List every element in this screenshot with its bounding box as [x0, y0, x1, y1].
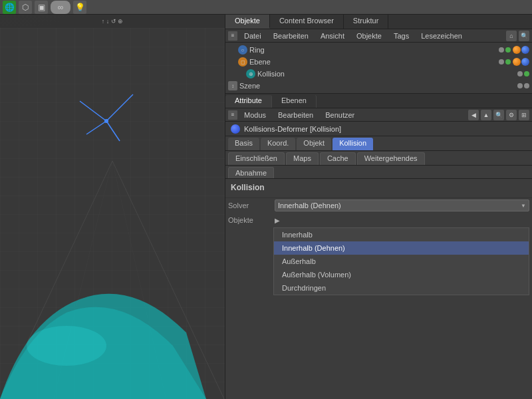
ebene-dots [499, 59, 511, 65]
tab-content-browser[interactable]: Content Browser [270, 15, 344, 29]
menu-lesezeichen[interactable]: Lesezeichen [416, 31, 467, 41]
attr-menu-benutzer[interactable]: Benutzer [320, 110, 360, 120]
ebene-name: Ebene [249, 58, 497, 66]
prop-rows: Einschließen Maps Cache Weitergehendes [225, 151, 532, 166]
attr-menu-right: ◀ ▲ 🔍 ⚙ ⊞ [468, 110, 529, 120]
attr-arrow-btn[interactable]: ▲ [481, 110, 491, 120]
attr-search-btn[interactable]: 🔍 [493, 110, 504, 120]
objekte-row: Objekte ▶ [225, 213, 532, 227]
panel-menubar: ≡ Datei Bearbeiten Ansicht Objekte Tags … [225, 29, 532, 43]
ebene-icon: ◻ [238, 57, 247, 66]
solver-label: Solver [228, 201, 275, 209]
svg-line-8 [80, 101, 106, 121]
menu-ansicht[interactable]: Ansicht [315, 31, 350, 41]
prop-tab-koord[interactable]: Koord. [261, 138, 295, 150]
viewport-top-bar: ↑ ↓ ↺ ⊕ [0, 15, 225, 28]
szene-icon: ↕ [228, 81, 237, 90]
toolbar-icon-light[interactable]: 💡 [73, 1, 86, 14]
toolbar-icon-globe[interactable]: 🌐 [3, 1, 16, 14]
menu-bearbeiten[interactable]: Bearbeiten [268, 31, 314, 41]
panel-search-btn[interactable]: 🔍 [519, 31, 529, 41]
panel-home-btn[interactable]: ⌂ [506, 31, 517, 41]
deformer-title: Kollisions-Deformer [Kollision] [244, 125, 341, 133]
prop-tab-basis[interactable]: Basis [228, 138, 259, 150]
svg-line-9 [106, 121, 120, 141]
ring-dots [499, 47, 511, 53]
attr-menubar: ≡ Modus Bearbeiten Benutzer ◀ ▲ 🔍 ⚙ ⊞ [225, 108, 532, 122]
objekte-arrow-icon[interactable]: ▶ [275, 217, 280, 224]
object-list: ○ Ring ◻ Ebene [225, 43, 532, 94]
dropdown-menu: Innerhalb Innerhalb (Dehnen) Außerhalb A… [273, 227, 529, 295]
panel-menu-icon: ≡ [228, 31, 237, 41]
szene-name: Szene [239, 82, 515, 90]
prop-row-cache[interactable]: Cache [320, 152, 356, 165]
panel-menu-right: ⌂ 🔍 [506, 31, 529, 41]
kollision-section-title: Kollision [231, 183, 527, 192]
prop-tabs: Basis Koord. Objekt Kollision [225, 136, 532, 151]
object-row-ring[interactable]: ○ Ring [225, 44, 532, 56]
panel-tabs: Objekte Content Browser Struktur [225, 15, 532, 29]
svg-point-11 [104, 119, 108, 123]
kollision-dot1 [517, 71, 523, 76]
attr-tabs: Attribute Ebenen [225, 94, 532, 108]
dropdown-item-innerhalb-dehnen[interactable]: Innerhalb (Dehnen) [274, 241, 529, 255]
main-area: ↑ ↓ ↺ ⊕ [0, 15, 532, 399]
attr-back-btn[interactable]: ◀ [468, 110, 479, 120]
ring-icon: ○ [238, 45, 247, 55]
dropdown-item-durchdringen[interactable]: Durchdringen [274, 281, 529, 295]
ring-dot1 [499, 47, 504, 53]
ebene-ball2 [521, 58, 529, 66]
kollision-name: Kollision [257, 70, 515, 78]
ebene-dot2 [505, 59, 511, 65]
solver-field-row: Solver Innerhalb (Dehnen) ▼ [225, 198, 532, 213]
ebene-ball1 [513, 58, 521, 66]
attr-settings-btn[interactable]: ⚙ [506, 110, 517, 120]
tab-struktur[interactable]: Struktur [344, 15, 389, 29]
panel: Objekte Content Browser Struktur ≡ Datei… [225, 15, 532, 399]
object-row-ebene[interactable]: ◻ Ebene [225, 56, 532, 68]
menu-objekte[interactable]: Objekte [351, 31, 387, 41]
prop-row-abnahme[interactable]: Abnahme [228, 167, 274, 178]
toolbar-icon-hex[interactable]: ⬡ [19, 1, 32, 14]
tab-attribute[interactable]: Attribute [225, 95, 272, 108]
ebene-balls [513, 58, 529, 66]
dropdown-item-innerhalb[interactable]: Innerhalb [274, 228, 529, 241]
objekte-label: Objekte [228, 216, 275, 224]
rig-lines [53, 81, 160, 161]
abnahme-row: Abnahme [225, 166, 532, 179]
ring-ball1 [513, 46, 521, 54]
menu-tags[interactable]: Tags [388, 31, 414, 41]
kollision-dot2 [524, 71, 529, 76]
prop-row-einschliessen[interactable]: Einschließen [228, 152, 285, 165]
kollision-section: Kollision [225, 179, 532, 198]
attr-more-btn[interactable]: ⊞ [519, 110, 529, 120]
prop-row-weiter[interactable]: Weitergehendes [357, 152, 425, 165]
menu-datei[interactable]: Datei [239, 31, 267, 41]
svg-point-6 [27, 326, 106, 366]
solver-value-container: Innerhalb (Dehnen) ▼ [275, 200, 529, 211]
svg-line-7 [106, 94, 133, 121]
prop-row-maps[interactable]: Maps [286, 152, 319, 165]
solver-value: Innerhalb (Dehnen) [278, 201, 341, 209]
ring-ball2 [521, 46, 529, 54]
toolbar-icon-grid[interactable]: ▣ [35, 1, 48, 14]
tab-ebenen[interactable]: Ebenen [272, 95, 317, 108]
prop-tab-kollision[interactable]: Kollision [332, 138, 373, 150]
solver-dropdown[interactable]: Innerhalb (Dehnen) ▼ [275, 200, 529, 211]
dropdown-item-ausserhalb[interactable]: Außerhalb [274, 255, 529, 268]
ring-name: Ring [249, 46, 497, 54]
ring-balls [513, 46, 529, 54]
tab-objekte[interactable]: Objekte [225, 15, 270, 29]
dropdown-item-ausserhalb-volumen[interactable]: Außerhalb (Volumen) [274, 268, 529, 281]
dropdown-arrow-icon: ▼ [521, 203, 526, 209]
object-row-kollision[interactable]: ⊕ Kollision [225, 68, 532, 80]
prop-tab-objekt[interactable]: Objekt [297, 138, 331, 150]
object-row-szene[interactable]: ↕ Szene [225, 80, 532, 92]
viewport[interactable]: ↑ ↓ ↺ ⊕ [0, 15, 225, 399]
szene-dot1 [517, 83, 523, 88]
toolbar-icon-infinity[interactable]: ∞ [51, 1, 70, 14]
szene-dot2 [524, 83, 529, 88]
attr-menu-bearbeiten[interactable]: Bearbeiten [273, 110, 319, 120]
attr-menu-modus[interactable]: Modus [239, 110, 271, 120]
ring-dot2 [505, 47, 511, 53]
